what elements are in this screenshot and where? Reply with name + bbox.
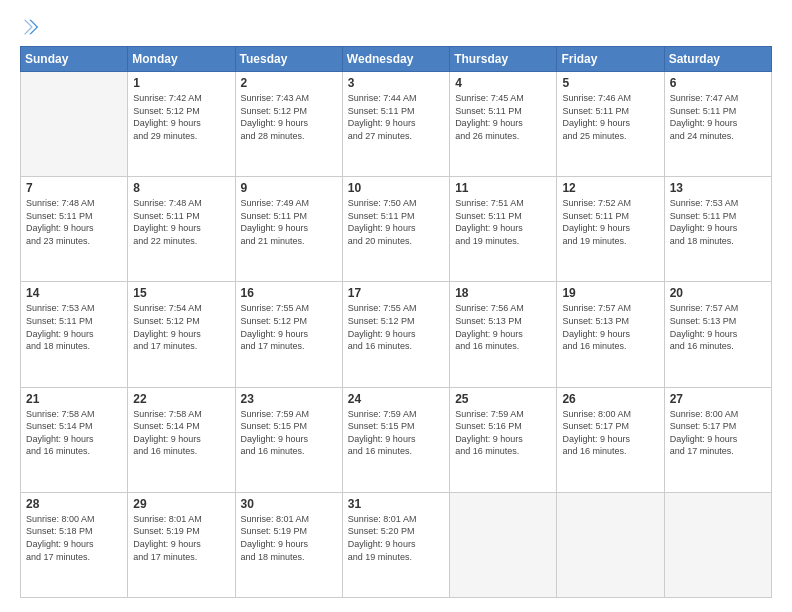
weekday-header-monday: Monday — [128, 47, 235, 72]
weekday-header-wednesday: Wednesday — [342, 47, 449, 72]
day-number: 26 — [562, 392, 658, 406]
day-info: Sunrise: 8:00 AM Sunset: 5:17 PM Dayligh… — [670, 408, 766, 458]
week-row-4: 21Sunrise: 7:58 AM Sunset: 5:14 PM Dayli… — [21, 387, 772, 492]
logo-icon — [22, 18, 40, 36]
calendar-cell: 3Sunrise: 7:44 AM Sunset: 5:11 PM Daylig… — [342, 72, 449, 177]
calendar-cell: 22Sunrise: 7:58 AM Sunset: 5:14 PM Dayli… — [128, 387, 235, 492]
day-number: 28 — [26, 497, 122, 511]
day-info: Sunrise: 7:59 AM Sunset: 5:16 PM Dayligh… — [455, 408, 551, 458]
day-number: 31 — [348, 497, 444, 511]
calendar-cell: 30Sunrise: 8:01 AM Sunset: 5:19 PM Dayli… — [235, 492, 342, 597]
weekday-header-tuesday: Tuesday — [235, 47, 342, 72]
day-info: Sunrise: 7:46 AM Sunset: 5:11 PM Dayligh… — [562, 92, 658, 142]
day-number: 17 — [348, 286, 444, 300]
day-number: 8 — [133, 181, 229, 195]
day-number: 12 — [562, 181, 658, 195]
calendar-cell: 11Sunrise: 7:51 AM Sunset: 5:11 PM Dayli… — [450, 177, 557, 282]
calendar-cell — [21, 72, 128, 177]
day-info: Sunrise: 8:00 AM Sunset: 5:18 PM Dayligh… — [26, 513, 122, 563]
day-number: 13 — [670, 181, 766, 195]
svg-marker-0 — [29, 20, 38, 34]
day-info: Sunrise: 8:01 AM Sunset: 5:20 PM Dayligh… — [348, 513, 444, 563]
day-info: Sunrise: 7:50 AM Sunset: 5:11 PM Dayligh… — [348, 197, 444, 247]
day-number: 5 — [562, 76, 658, 90]
day-info: Sunrise: 7:45 AM Sunset: 5:11 PM Dayligh… — [455, 92, 551, 142]
day-number: 16 — [241, 286, 337, 300]
calendar-cell: 16Sunrise: 7:55 AM Sunset: 5:12 PM Dayli… — [235, 282, 342, 387]
day-info: Sunrise: 7:54 AM Sunset: 5:12 PM Dayligh… — [133, 302, 229, 352]
header — [20, 18, 772, 36]
calendar-page: SundayMondayTuesdayWednesdayThursdayFrid… — [0, 0, 792, 612]
day-info: Sunrise: 7:42 AM Sunset: 5:12 PM Dayligh… — [133, 92, 229, 142]
day-number: 24 — [348, 392, 444, 406]
calendar-cell: 31Sunrise: 8:01 AM Sunset: 5:20 PM Dayli… — [342, 492, 449, 597]
calendar-table: SundayMondayTuesdayWednesdayThursdayFrid… — [20, 46, 772, 598]
day-number: 27 — [670, 392, 766, 406]
logo — [20, 18, 40, 36]
week-row-3: 14Sunrise: 7:53 AM Sunset: 5:11 PM Dayli… — [21, 282, 772, 387]
calendar-cell — [664, 492, 771, 597]
day-info: Sunrise: 7:56 AM Sunset: 5:13 PM Dayligh… — [455, 302, 551, 352]
day-info: Sunrise: 8:01 AM Sunset: 5:19 PM Dayligh… — [133, 513, 229, 563]
day-number: 22 — [133, 392, 229, 406]
day-number: 6 — [670, 76, 766, 90]
day-number: 10 — [348, 181, 444, 195]
day-info: Sunrise: 8:01 AM Sunset: 5:19 PM Dayligh… — [241, 513, 337, 563]
weekday-header-sunday: Sunday — [21, 47, 128, 72]
day-info: Sunrise: 7:48 AM Sunset: 5:11 PM Dayligh… — [133, 197, 229, 247]
weekday-header-thursday: Thursday — [450, 47, 557, 72]
day-info: Sunrise: 7:55 AM Sunset: 5:12 PM Dayligh… — [241, 302, 337, 352]
day-number: 15 — [133, 286, 229, 300]
calendar-cell: 23Sunrise: 7:59 AM Sunset: 5:15 PM Dayli… — [235, 387, 342, 492]
calendar-cell: 19Sunrise: 7:57 AM Sunset: 5:13 PM Dayli… — [557, 282, 664, 387]
day-number: 1 — [133, 76, 229, 90]
day-number: 9 — [241, 181, 337, 195]
day-info: Sunrise: 7:57 AM Sunset: 5:13 PM Dayligh… — [670, 302, 766, 352]
day-number: 29 — [133, 497, 229, 511]
calendar-cell: 2Sunrise: 7:43 AM Sunset: 5:12 PM Daylig… — [235, 72, 342, 177]
calendar-cell: 14Sunrise: 7:53 AM Sunset: 5:11 PM Dayli… — [21, 282, 128, 387]
day-info: Sunrise: 7:53 AM Sunset: 5:11 PM Dayligh… — [26, 302, 122, 352]
calendar-cell: 7Sunrise: 7:48 AM Sunset: 5:11 PM Daylig… — [21, 177, 128, 282]
calendar-cell: 15Sunrise: 7:54 AM Sunset: 5:12 PM Dayli… — [128, 282, 235, 387]
week-row-2: 7Sunrise: 7:48 AM Sunset: 5:11 PM Daylig… — [21, 177, 772, 282]
calendar-cell: 9Sunrise: 7:49 AM Sunset: 5:11 PM Daylig… — [235, 177, 342, 282]
calendar-cell: 12Sunrise: 7:52 AM Sunset: 5:11 PM Dayli… — [557, 177, 664, 282]
day-number: 21 — [26, 392, 122, 406]
day-info: Sunrise: 8:00 AM Sunset: 5:17 PM Dayligh… — [562, 408, 658, 458]
week-row-5: 28Sunrise: 8:00 AM Sunset: 5:18 PM Dayli… — [21, 492, 772, 597]
calendar-cell: 18Sunrise: 7:56 AM Sunset: 5:13 PM Dayli… — [450, 282, 557, 387]
calendar-cell: 27Sunrise: 8:00 AM Sunset: 5:17 PM Dayli… — [664, 387, 771, 492]
day-number: 20 — [670, 286, 766, 300]
day-number: 19 — [562, 286, 658, 300]
week-row-1: 1Sunrise: 7:42 AM Sunset: 5:12 PM Daylig… — [21, 72, 772, 177]
calendar-cell: 24Sunrise: 7:59 AM Sunset: 5:15 PM Dayli… — [342, 387, 449, 492]
day-info: Sunrise: 7:51 AM Sunset: 5:11 PM Dayligh… — [455, 197, 551, 247]
day-number: 7 — [26, 181, 122, 195]
day-number: 25 — [455, 392, 551, 406]
calendar-cell: 10Sunrise: 7:50 AM Sunset: 5:11 PM Dayli… — [342, 177, 449, 282]
day-number: 30 — [241, 497, 337, 511]
calendar-cell: 26Sunrise: 8:00 AM Sunset: 5:17 PM Dayli… — [557, 387, 664, 492]
calendar-cell — [450, 492, 557, 597]
day-number: 11 — [455, 181, 551, 195]
day-number: 18 — [455, 286, 551, 300]
day-number: 14 — [26, 286, 122, 300]
calendar-cell: 13Sunrise: 7:53 AM Sunset: 5:11 PM Dayli… — [664, 177, 771, 282]
calendar-cell: 8Sunrise: 7:48 AM Sunset: 5:11 PM Daylig… — [128, 177, 235, 282]
day-info: Sunrise: 7:49 AM Sunset: 5:11 PM Dayligh… — [241, 197, 337, 247]
day-number: 23 — [241, 392, 337, 406]
calendar-cell: 5Sunrise: 7:46 AM Sunset: 5:11 PM Daylig… — [557, 72, 664, 177]
day-info: Sunrise: 7:48 AM Sunset: 5:11 PM Dayligh… — [26, 197, 122, 247]
day-info: Sunrise: 7:53 AM Sunset: 5:11 PM Dayligh… — [670, 197, 766, 247]
day-info: Sunrise: 7:58 AM Sunset: 5:14 PM Dayligh… — [26, 408, 122, 458]
calendar-cell: 1Sunrise: 7:42 AM Sunset: 5:12 PM Daylig… — [128, 72, 235, 177]
weekday-header-row: SundayMondayTuesdayWednesdayThursdayFrid… — [21, 47, 772, 72]
calendar-cell: 17Sunrise: 7:55 AM Sunset: 5:12 PM Dayli… — [342, 282, 449, 387]
day-number: 4 — [455, 76, 551, 90]
calendar-cell — [557, 492, 664, 597]
calendar-cell: 6Sunrise: 7:47 AM Sunset: 5:11 PM Daylig… — [664, 72, 771, 177]
calendar-cell: 21Sunrise: 7:58 AM Sunset: 5:14 PM Dayli… — [21, 387, 128, 492]
calendar-cell: 28Sunrise: 8:00 AM Sunset: 5:18 PM Dayli… — [21, 492, 128, 597]
calendar-cell: 4Sunrise: 7:45 AM Sunset: 5:11 PM Daylig… — [450, 72, 557, 177]
